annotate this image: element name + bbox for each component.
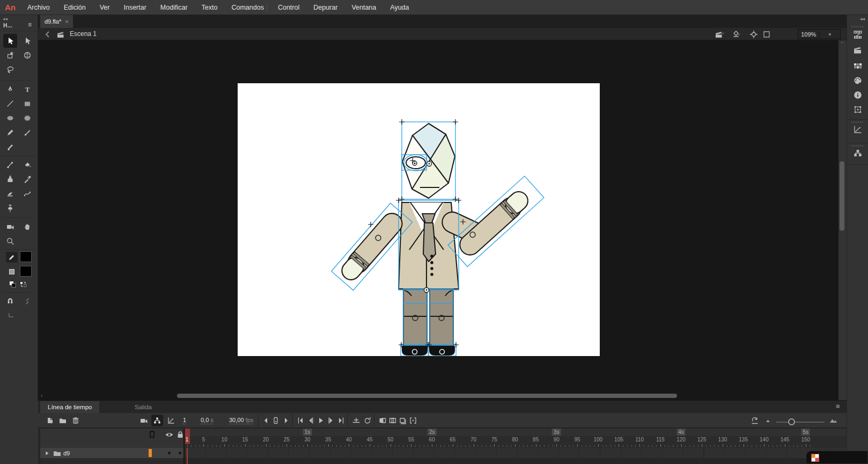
current-frame-field[interactable]: 1 — [183, 417, 186, 424]
frame-number[interactable]: 100 — [593, 437, 602, 443]
outline-color-header-icon[interactable] — [149, 431, 156, 438]
menu-ver[interactable]: Ver — [93, 4, 117, 11]
go-to-last-frame-button[interactable] — [335, 415, 347, 426]
scroll-up-icon[interactable]: ⌃ — [840, 41, 844, 47]
dock-align-panel-button[interactable] — [853, 148, 863, 158]
collapse-tools-icon[interactable]: ◂◂ — [3, 16, 8, 21]
dock-info-panel-button[interactable] — [853, 90, 863, 100]
pen-tool[interactable] — [3, 82, 17, 96]
frame-number[interactable]: 60 — [429, 437, 435, 443]
menu-texto[interactable]: Texto — [195, 4, 225, 11]
lock-all-layers-icon[interactable] — [176, 431, 184, 438]
dock-transform-panel-button[interactable] — [853, 105, 863, 114]
frame-number[interactable]: 90 — [554, 437, 560, 443]
center-frame-button[interactable] — [350, 415, 362, 426]
frame-number[interactable]: 35 — [325, 437, 331, 443]
stroke-color-button[interactable] — [6, 252, 18, 263]
smooth-option[interactable] — [20, 294, 34, 308]
frame-number[interactable]: 105 — [614, 437, 623, 443]
frame-number[interactable]: 120 — [676, 437, 686, 443]
show-hide-all-layers-icon[interactable] — [165, 431, 174, 438]
layer-lock-dot[interactable] — [179, 452, 181, 454]
hand-tool[interactable] — [20, 220, 34, 234]
camera-tool[interactable] — [3, 220, 17, 234]
new-folder-button[interactable] — [57, 415, 69, 426]
vertical-scrollbar[interactable]: ⌃ — [838, 40, 846, 400]
figure-left-arm[interactable] — [337, 209, 406, 285]
frame-number[interactable]: 130 — [718, 437, 727, 443]
selection-tool[interactable] — [3, 34, 17, 48]
menu-edicion[interactable]: Edición — [57, 4, 93, 11]
figure-tie[interactable] — [423, 223, 436, 262]
timeline-zoom-knob[interactable] — [788, 418, 795, 425]
frame-number[interactable]: 45 — [366, 437, 372, 443]
asset-warp-tool[interactable] — [3, 201, 17, 215]
menu-modificar[interactable]: Modificar — [153, 4, 195, 11]
layer-visibility-dot[interactable] — [168, 452, 171, 454]
dock-swatches-panel-button[interactable] — [853, 61, 863, 71]
free-transform-tool[interactable] — [3, 48, 17, 62]
menu-comandos[interactable]: Comandos — [224, 4, 270, 11]
dock-motion-editor-button[interactable] — [853, 125, 863, 134]
frame-number[interactable]: 40 — [346, 437, 352, 443]
expand-folder-icon[interactable] — [45, 451, 50, 456]
scene-name[interactable]: Escena 1 — [70, 30, 97, 38]
frame-number[interactable]: 70 — [470, 437, 476, 443]
horizontal-scrollbar-thumb[interactable] — [177, 394, 677, 398]
collapse-dock-icon[interactable]: ◂◂ — [860, 16, 865, 21]
clip-content-button[interactable] — [762, 30, 771, 39]
frame-number[interactable]: 110 — [635, 437, 644, 443]
width-tool[interactable] — [20, 187, 34, 201]
classic-brush-tool[interactable] — [3, 140, 17, 154]
menu-depurar[interactable]: Depurar — [306, 4, 344, 11]
snap-to-objects-toggle[interactable] — [3, 294, 17, 308]
stage-canvas[interactable] — [238, 83, 600, 356]
zoom-tool[interactable] — [3, 234, 17, 248]
frame-number[interactable]: 55 — [408, 437, 414, 443]
default-colors-button[interactable] — [8, 279, 17, 289]
document-tab[interactable]: d9.fla* × — [40, 15, 73, 28]
frame-number[interactable]: 1 — [186, 437, 189, 443]
paint-brush-tool[interactable] — [20, 126, 34, 140]
center-stage-button[interactable] — [749, 30, 758, 39]
scroll-left-icon[interactable]: ‹ — [41, 393, 42, 398]
timeline-panel-menu-icon[interactable]: ≡ — [836, 402, 840, 410]
pencil-tool[interactable] — [3, 126, 17, 140]
tab-linea-de-tiempo[interactable]: Línea de tiempo — [40, 401, 99, 413]
playhead-line[interactable] — [187, 448, 188, 464]
layer-frames-row[interactable] — [185, 448, 847, 458]
eyedropper-tool[interactable] — [20, 172, 34, 186]
loop-button[interactable] — [362, 415, 373, 426]
frame-number[interactable]: 25 — [284, 437, 290, 443]
reset-timeline-zoom-button[interactable] — [749, 415, 761, 426]
layer-row-d9[interactable]: d9 — [40, 448, 183, 458]
timeline-zoom-slider[interactable] — [776, 422, 825, 423]
frame-number[interactable]: 50 — [387, 437, 393, 443]
frame-number[interactable]: 95 — [574, 437, 580, 443]
frame-number[interactable]: 20 — [263, 437, 269, 443]
bone-tool[interactable] — [3, 158, 17, 172]
oval-tool[interactable] — [3, 111, 17, 125]
rectangle-tool[interactable] — [20, 97, 34, 111]
elapsed-time-field[interactable]: 0,0 s — [201, 417, 214, 424]
frame-number[interactable]: 135 — [739, 437, 748, 443]
tools-panel-menu-icon[interactable]: ≡ — [28, 21, 32, 28]
frame-number[interactable]: 80 — [512, 437, 518, 443]
menu-ventana[interactable]: Ventana — [344, 4, 383, 11]
delete-layer-button[interactable] — [70, 415, 82, 426]
layer-depth-button[interactable] — [165, 415, 177, 426]
layer-name[interactable]: d9 — [63, 450, 70, 456]
paint-bucket-tool[interactable] — [20, 158, 34, 172]
tools-panel-title[interactable]: H… — [3, 23, 12, 28]
timeline-ruler[interactable]: 1s2s3s4s5s 15101520253035404550556065707… — [185, 429, 847, 448]
menu-ayuda[interactable]: Ayuda — [383, 4, 416, 11]
ink-bottle-tool[interactable] — [3, 172, 17, 186]
frame-number[interactable]: 30 — [304, 437, 310, 443]
notification-toast[interactable] — [806, 451, 868, 464]
edit-scene-button[interactable] — [715, 30, 727, 39]
menu-insertar[interactable]: Insertar — [116, 4, 153, 11]
dock-color-panel-button[interactable] — [853, 76, 863, 85]
frame-number[interactable]: 115 — [656, 437, 665, 443]
vertical-scrollbar-thumb[interactable] — [840, 161, 844, 231]
menu-archivo[interactable]: Archivo — [20, 4, 57, 11]
